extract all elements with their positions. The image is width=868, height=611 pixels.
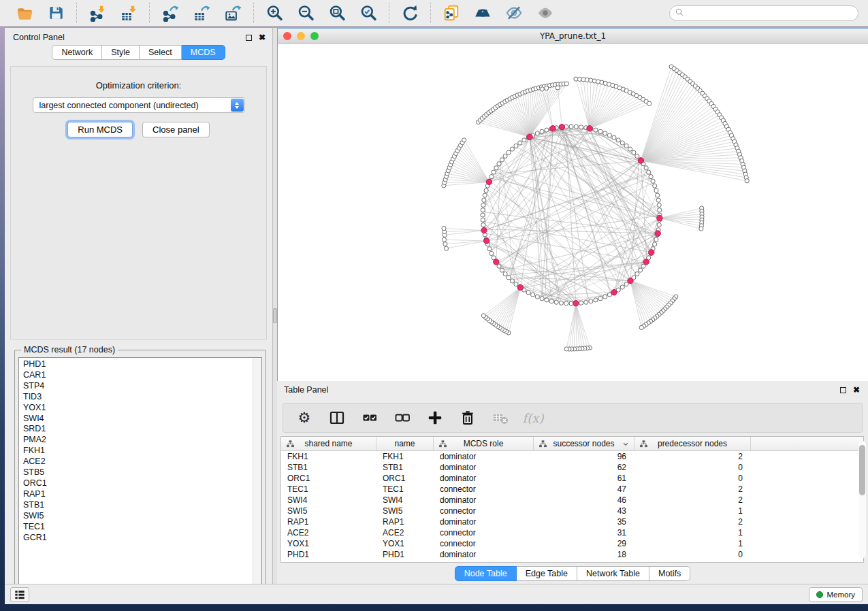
- network-node[interactable]: [649, 175, 653, 179]
- network-node[interactable]: [579, 301, 583, 305]
- mcds-result-item[interactable]: RAP1: [23, 489, 261, 500]
- save-session-button[interactable]: [46, 3, 65, 22]
- table-row[interactable]: YOX1YOX1connector291: [281, 538, 863, 549]
- network-view-canvas[interactable]: [278, 44, 868, 381]
- memory-button[interactable]: Memory: [809, 587, 863, 602]
- hide-selected-button[interactable]: [504, 3, 524, 22]
- network-node[interactable]: [647, 170, 651, 174]
- network-node[interactable]: [654, 237, 658, 242]
- mcds-result-item[interactable]: ORC1: [23, 478, 261, 489]
- network-node[interactable]: [556, 86, 560, 90]
- export-network-button[interactable]: [161, 3, 180, 22]
- select-all-button[interactable]: [361, 409, 379, 427]
- tab-network[interactable]: Network: [52, 45, 102, 60]
- network-window-titlebar[interactable]: YPA_prune.txt_1: [278, 29, 868, 44]
- mcds-result-item[interactable]: FKH1: [23, 446, 261, 457]
- network-node[interactable]: [574, 125, 578, 129]
- network-node[interactable]: [443, 242, 447, 246]
- network-node[interactable]: [653, 242, 657, 246]
- import-table-button[interactable]: [119, 3, 138, 22]
- open-file-button[interactable]: [15, 3, 34, 22]
- network-node[interactable]: [442, 237, 446, 242]
- mcds-result-item[interactable]: SWI4: [23, 414, 261, 425]
- network-node[interactable]: [607, 133, 611, 137]
- network-node[interactable]: [564, 301, 568, 306]
- mcds-result-item[interactable]: CAR1: [23, 370, 261, 381]
- network-node[interactable]: [656, 193, 660, 197]
- network-node[interactable]: [545, 128, 549, 132]
- mcds-result-item[interactable]: STB5: [23, 467, 261, 478]
- network-node[interactable]: [554, 300, 558, 304]
- column-header-predecessor-nodes[interactable]: predecessor nodes: [634, 437, 751, 450]
- tab-select[interactable]: Select: [140, 45, 182, 60]
- show-all-button[interactable]: [536, 3, 555, 22]
- network-node[interactable]: [503, 154, 507, 158]
- network-node[interactable]: [494, 166, 498, 170]
- network-hub-node[interactable]: [527, 134, 532, 139]
- search-input[interactable]: [686, 8, 849, 18]
- network-node[interactable]: [442, 227, 446, 231]
- network-node[interactable]: [620, 141, 624, 145]
- network-node[interactable]: [559, 301, 563, 305]
- network-node[interactable]: [628, 147, 632, 151]
- tab-mcds[interactable]: MCDS: [182, 45, 225, 60]
- network-node[interactable]: [598, 129, 602, 133]
- network-hub-node[interactable]: [587, 126, 592, 131]
- network-hub-node[interactable]: [655, 231, 660, 236]
- close-table-panel-icon[interactable]: ✖: [853, 386, 860, 394]
- mcds-result-item[interactable]: SWI5: [23, 511, 261, 522]
- tab-motifs[interactable]: Motifs: [649, 566, 690, 581]
- clone-network-button[interactable]: [442, 3, 461, 22]
- run-mcds-button[interactable]: Run MCDS: [67, 122, 133, 137]
- network-node[interactable]: [510, 147, 514, 151]
- network-node[interactable]: [616, 138, 620, 142]
- network-node[interactable]: [584, 300, 588, 304]
- network-node[interactable]: [540, 87, 544, 91]
- network-node[interactable]: [579, 125, 583, 129]
- network-node[interactable]: [507, 150, 511, 154]
- network-hub-node[interactable]: [611, 290, 617, 295]
- table-row[interactable]: SWI5SWI5connector431: [281, 506, 863, 516]
- network-node[interactable]: [612, 135, 616, 139]
- network-node[interactable]: [632, 150, 636, 154]
- network-node[interactable]: [531, 293, 535, 297]
- mcds-list-scrollbar[interactable]: [253, 358, 261, 592]
- network-node[interactable]: [500, 268, 504, 272]
- network-node[interactable]: [540, 297, 544, 301]
- network-node[interactable]: [535, 295, 539, 299]
- network-hub-node[interactable]: [657, 215, 662, 220]
- network-node[interactable]: [624, 144, 628, 148]
- network-node[interactable]: [653, 184, 657, 188]
- refresh-view-button[interactable]: [400, 3, 419, 22]
- network-node[interactable]: [444, 246, 448, 250]
- network-hub-node[interactable]: [638, 158, 643, 163]
- float-panel-icon[interactable]: [246, 35, 252, 41]
- add-column-button[interactable]: [426, 409, 444, 427]
- network-hub-node[interactable]: [649, 250, 654, 255]
- search-box[interactable]: [669, 5, 858, 21]
- network-node[interactable]: [540, 129, 544, 133]
- network-node[interactable]: [510, 279, 514, 283]
- network-node[interactable]: [564, 347, 568, 351]
- close-panel-button[interactable]: Close panel: [142, 122, 210, 137]
- network-hub-node[interactable]: [559, 125, 564, 130]
- network-node[interactable]: [654, 188, 658, 193]
- network-node[interactable]: [489, 175, 494, 179]
- network-hub-node[interactable]: [628, 278, 633, 283]
- network-node[interactable]: [481, 218, 485, 222]
- network-node[interactable]: [545, 86, 549, 90]
- network-node[interactable]: [639, 325, 643, 329]
- panel-list-button[interactable]: [10, 587, 29, 602]
- table-settings-button[interactable]: ⚙: [295, 409, 313, 427]
- network-node[interactable]: [514, 282, 518, 286]
- network-node[interactable]: [518, 141, 522, 145]
- table-row[interactable]: STB1STB1dominator620: [281, 462, 863, 473]
- table-row[interactable]: ORC1ORC1dominator610: [281, 473, 863, 484]
- tab-node-table[interactable]: Node Table: [455, 566, 517, 581]
- zoom-fit-button[interactable]: [327, 3, 347, 22]
- network-node[interactable]: [487, 247, 492, 251]
- network-node[interactable]: [658, 208, 662, 212]
- network-hub-node[interactable]: [517, 284, 523, 290]
- network-node[interactable]: [503, 272, 507, 276]
- table-row[interactable]: PHD1PHD1dominator180: [281, 549, 863, 560]
